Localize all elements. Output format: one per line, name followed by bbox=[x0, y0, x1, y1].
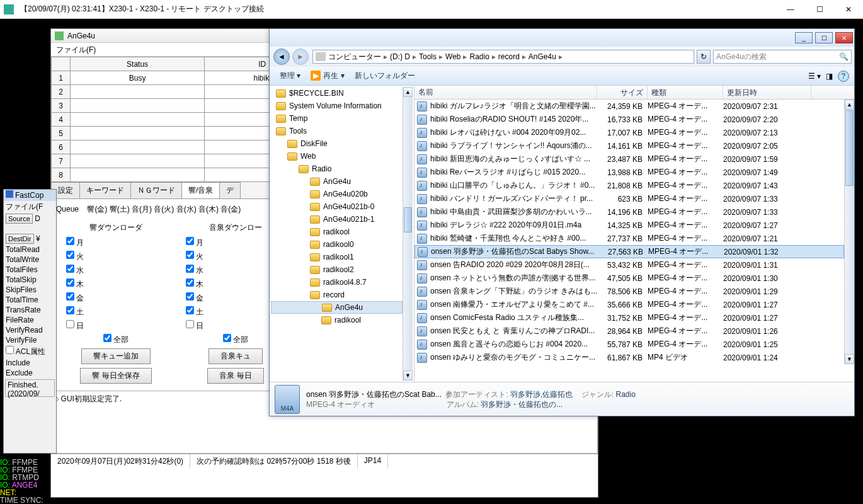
minimize-button[interactable]: — bbox=[776, 0, 805, 19]
file-row[interactable]: hibiki 新田恵海のえみゅーじっく♪すぱいす☆ ...23,487 KBMP… bbox=[414, 152, 844, 166]
file-row[interactable]: hibiki デレラジ☆ #222 2020年09月01日.m4a14,325 … bbox=[414, 219, 844, 232]
explorer-titlebar[interactable]: _ ☐ ✕ bbox=[270, 29, 854, 47]
chk-all1[interactable]: 全部 bbox=[59, 333, 173, 346]
help-button[interactable]: ? bbox=[838, 71, 849, 82]
tree-node[interactable]: Radio bbox=[271, 163, 403, 175]
maximize-button[interactable]: ☐ bbox=[815, 32, 833, 43]
hibiki-queue-button[interactable]: 響キュー追加 bbox=[81, 348, 151, 364]
close-button[interactable]: ✕ bbox=[834, 0, 863, 19]
acl-check[interactable]: ACL属性 bbox=[4, 345, 56, 358]
tab[interactable]: ＮＧワード bbox=[130, 182, 182, 198]
file-row[interactable]: hibiki 山口勝平の「しゅみじん。」ラジオ！ #0...21,808 KBM… bbox=[414, 179, 844, 192]
minimize-button[interactable]: _ bbox=[795, 32, 813, 43]
file-row[interactable]: hibiki ラブライブ！サンシャイン!! Aqours浦の...14,161 … bbox=[414, 139, 844, 152]
day-check[interactable]: 日 bbox=[59, 319, 173, 333]
col-name[interactable]: 名前 bbox=[414, 86, 597, 99]
forward-button[interactable]: ► bbox=[292, 49, 309, 65]
tree-node[interactable]: radikool4.8.7 bbox=[271, 276, 403, 289]
file-row[interactable]: hibiki ガルフレ♪ラジオ「明音と文緒の聖櫻学園...24,359 KBMP… bbox=[414, 100, 844, 113]
onsen-queue-button[interactable]: 音泉キュ bbox=[209, 348, 263, 364]
tree-node[interactable]: Temp bbox=[271, 112, 403, 125]
file-row[interactable]: onsen 南條愛乃・エオルゼアより愛をこめて #...35,666 KBMPE… bbox=[414, 298, 844, 311]
play-button[interactable]: ▶再生 ▾ bbox=[306, 71, 349, 81]
tab[interactable]: キーワード bbox=[79, 182, 131, 198]
file-row[interactable]: hibiki レオパは砕けない #004 2020年09月02...17,007… bbox=[414, 126, 844, 139]
chevron-right-icon[interactable]: ▸ bbox=[410, 52, 419, 61]
file-row[interactable]: hibiki Reバースラジオ #りばらじ #015 2020...13,988… bbox=[414, 166, 844, 179]
tree-node[interactable]: AnGe4u020b bbox=[271, 188, 403, 200]
file-row[interactable]: onsen 告RADIO 2020 #029 2020年08月28日(...53… bbox=[414, 258, 844, 272]
breadcrumb-item[interactable]: コンピューター bbox=[328, 52, 381, 62]
close-button[interactable]: ✕ bbox=[835, 32, 853, 43]
folder-tree[interactable]: $RECYCLE.BINSystem Volume InformationTem… bbox=[270, 86, 414, 382]
breadcrumb-item[interactable]: Radio bbox=[469, 52, 489, 61]
day-check[interactable]: 金 bbox=[59, 291, 173, 305]
source-button[interactable]: Source bbox=[6, 214, 33, 224]
chevron-right-icon[interactable]: ▸ bbox=[556, 52, 565, 61]
chevron-right-icon[interactable]: ▸ bbox=[460, 52, 469, 61]
tree-node[interactable]: $RECYCLE.BIN bbox=[271, 87, 403, 100]
file-row[interactable]: onsen 羽多野渉・佐藤拓也のScat Babys Show...27,563… bbox=[414, 245, 844, 258]
day-check[interactable]: 土 bbox=[59, 305, 173, 319]
address-bar[interactable]: コンピューター▸(D:) D▸Tools▸Web▸Radio▸record▸An… bbox=[312, 50, 694, 64]
organize-button[interactable]: 整理 ▾ bbox=[275, 71, 306, 81]
scroll-up[interactable]: ▲ bbox=[845, 100, 854, 110]
menu-file[interactable]: ファイル(F) bbox=[56, 45, 96, 54]
file-row[interactable]: hibiki バンドリ！ガールズバンドパーティ！ pr...623 KBMPEG… bbox=[414, 192, 844, 205]
scroll-thumb[interactable] bbox=[845, 110, 854, 186]
fastcopy-title[interactable]: FastCop bbox=[4, 190, 56, 201]
breadcrumb-item[interactable]: record bbox=[498, 52, 520, 61]
tree-node[interactable]: radikool bbox=[271, 314, 403, 326]
tree-node[interactable]: System Volume Information bbox=[271, 100, 403, 112]
onsen-save-button[interactable]: 音泉 毎日 bbox=[207, 368, 263, 384]
chevron-right-icon[interactable]: ▸ bbox=[489, 52, 498, 61]
tree-node[interactable]: radikool bbox=[271, 226, 403, 238]
tree-node[interactable]: AnGe4u bbox=[271, 175, 403, 188]
tree-node[interactable]: radikool1 bbox=[271, 251, 403, 263]
tree-node[interactable]: Web bbox=[271, 150, 403, 163]
maximize-button[interactable]: ☐ bbox=[805, 0, 834, 19]
tree-node[interactable]: Tools bbox=[271, 125, 403, 137]
tree-scrollbar[interactable]: ▲ ▼ bbox=[403, 87, 413, 381]
breadcrumb-item[interactable]: Web bbox=[445, 52, 460, 61]
scroll-down[interactable]: ▼ bbox=[403, 370, 413, 381]
day-check[interactable]: 木 bbox=[59, 277, 173, 291]
chevron-right-icon[interactable]: ▸ bbox=[520, 52, 529, 61]
search-box[interactable]: AnGe4uの検索🔍 bbox=[713, 50, 852, 64]
breadcrumb-item[interactable]: Tools bbox=[419, 52, 437, 61]
breadcrumb-item[interactable]: (D:) D bbox=[390, 52, 410, 61]
back-button[interactable]: ◄ bbox=[273, 49, 290, 65]
hibiki-save-button[interactable]: 響 毎日全保存 bbox=[80, 368, 151, 384]
file-row[interactable]: onsen 民安ともえ と 青葉りんごの神プロRADI...28,964 KBM… bbox=[414, 324, 844, 338]
breadcrumb-item[interactable]: AnGe4u bbox=[529, 52, 556, 61]
tree-node[interactable]: DiskFile bbox=[271, 137, 403, 150]
destdir-button[interactable]: DestDir bbox=[6, 234, 34, 244]
tree-node[interactable]: AnGe4u bbox=[271, 301, 403, 314]
file-row[interactable]: hibiki 鷲崎健・千葉翔也 今んとこや好き #00...27,737 KBM… bbox=[414, 232, 844, 245]
file-row[interactable]: onsen ネットという無数の声誰が割拠する世界...47,505 KBMPEG… bbox=[414, 272, 844, 285]
chevron-right-icon[interactable]: ▸ bbox=[437, 52, 445, 61]
col-type[interactable]: 種類 bbox=[648, 86, 723, 99]
file-row[interactable]: onsen ComicFesta Radio ユスティル種族集...31,752… bbox=[414, 311, 844, 324]
tree-node[interactable]: AnGe4u021b-0 bbox=[271, 200, 403, 213]
preview-button[interactable]: ◨ bbox=[826, 72, 833, 81]
day-check[interactable]: 火 bbox=[59, 249, 173, 263]
file-row[interactable]: onsen 音泉キング「下野紘」のラジオ きみはも...78,506 KBMPE… bbox=[414, 285, 844, 298]
tree-node[interactable]: record bbox=[271, 289, 403, 301]
tree-node[interactable]: AnGe4u021b-1 bbox=[271, 213, 403, 226]
scroll-up[interactable]: ▲ bbox=[403, 87, 413, 97]
scroll-down[interactable]: ▼ bbox=[845, 354, 854, 364]
refresh-button[interactable]: ↻ bbox=[697, 50, 711, 64]
day-check[interactable]: 水 bbox=[59, 263, 173, 277]
tab[interactable]: 響/音泉 bbox=[181, 182, 220, 198]
newfolder-button[interactable]: 新しいフォルダー bbox=[350, 71, 420, 81]
view-button[interactable]: ☰ ▾ bbox=[808, 72, 821, 81]
chevron-right-icon[interactable]: ▸ bbox=[381, 52, 390, 61]
list-scrollbar[interactable]: ▲ ▼ bbox=[844, 100, 854, 364]
file-row[interactable]: hibiki 中島由貴・武田羅梨沙多胡のかわいいラ...14,196 KBMPE… bbox=[414, 205, 844, 219]
grid-h-status[interactable]: Status bbox=[71, 57, 205, 71]
tab[interactable]: デ bbox=[219, 182, 241, 198]
file-row[interactable]: onsen 風音と遥そらの恋姫らじお #004 2020...55,787 KB… bbox=[414, 338, 844, 351]
col-size[interactable]: サイズ bbox=[597, 86, 648, 99]
file-row[interactable]: hibiki RoseliaのRADIO SHOUT! #145 2020年..… bbox=[414, 113, 844, 126]
